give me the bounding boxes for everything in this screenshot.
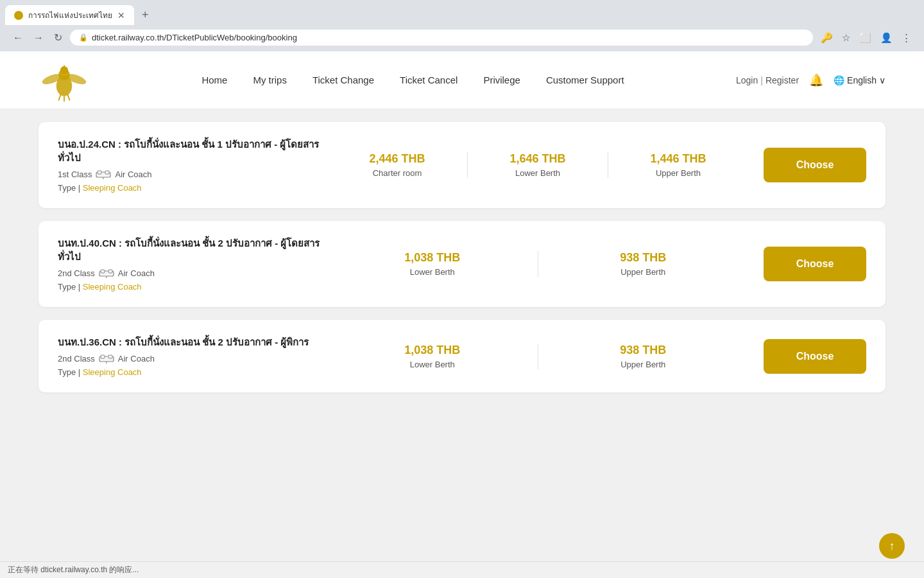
svg-rect-15 <box>101 270 105 273</box>
bookmark-icon[interactable]: ☆ <box>839 30 853 46</box>
price-amount-charter: 2,446 THB <box>340 152 454 166</box>
svg-rect-16 <box>108 270 112 273</box>
page: การรถไฟแห่งประเทศไทย Home My trips Ticke… <box>0 51 924 539</box>
lock-icon: 🔒 <box>79 33 88 42</box>
nav-my-trips[interactable]: My trips <box>253 72 287 88</box>
train-card: บนอ.ป.24.CN : รถโบกี้นั่งและนอน ชั้น 1 ป… <box>38 122 886 208</box>
browser-actions: 🔑 ☆ ⬜ 👤 ⋮ <box>818 30 914 46</box>
price-label-lower-2: Lower Berth <box>340 267 525 277</box>
tab-favicon <box>14 11 23 20</box>
nav-home[interactable]: Home <box>201 72 227 88</box>
active-tab[interactable]: การรถไฟแห่งประเทศไทย ✕ <box>5 5 134 25</box>
svg-rect-19 <box>101 355 105 358</box>
login-link[interactable]: Login <box>736 75 758 85</box>
tab-title: การรถไฟแห่งประเทศไทย <box>28 9 112 21</box>
language-selector[interactable]: 🌐 English ∨ <box>834 75 886 85</box>
price-amount-lower-3: 1,038 THB <box>340 344 525 357</box>
price-col-upper-3: 938 THB Upper Berth <box>538 344 749 369</box>
svg-rect-11 <box>98 171 101 174</box>
train-class-row-2: 2nd Class Air Coach <box>58 268 327 278</box>
menu-icon[interactable]: ⋮ <box>899 30 914 46</box>
back-button[interactable]: ← <box>10 30 26 46</box>
choose-button-1[interactable]: Choose <box>764 148 866 182</box>
forward-button[interactable]: → <box>31 30 46 46</box>
svg-line-8 <box>67 94 70 100</box>
price-label-upper-1: Upper Berth <box>621 168 735 178</box>
profile-icon[interactable]: 👤 <box>878 30 895 46</box>
choose-button-3[interactable]: Choose <box>764 339 866 374</box>
price-amount-upper-2: 938 THB <box>551 251 736 265</box>
seat-icon-2 <box>99 269 114 278</box>
sleeping-coach-link-2[interactable]: Sleeping Coach <box>83 282 142 292</box>
train-info-2: บนท.ป.40.CN : รถโบกี้นั่งและนอน ชั้น 2 ป… <box>58 236 327 292</box>
sleeping-coach-link-1[interactable]: Sleeping Coach <box>83 183 142 193</box>
seat-icon-3 <box>99 355 114 363</box>
header-top-right: Login | Register 🔔 🌐 English ∨ <box>736 73 886 87</box>
train-type-row-1: Type | Sleeping Coach <box>58 183 327 193</box>
svg-rect-12 <box>105 171 109 174</box>
train-class-1: 1st Class <box>58 170 92 179</box>
type-prefix-2: Type <box>58 282 76 292</box>
price-col-charter: 2,446 THB Charter room <box>327 152 468 178</box>
address-bar: ← → ↻ 🔒 dticket.railway.co.th/DTicketPub… <box>5 25 919 51</box>
globe-icon: 🌐 <box>834 75 844 85</box>
logo-area: การรถไฟแห่งประเทศไทย <box>38 55 90 106</box>
price-label-charter: Charter room <box>340 168 454 178</box>
train-info-1: บนอ.ป.24.CN : รถโบกี้นั่งและนอน ชั้น 1 ป… <box>58 137 327 193</box>
reload-button[interactable]: ↻ <box>51 29 65 46</box>
main-content: บนอ.ป.24.CN : รถโบกี้นั่งและนอน ชั้น 1 ป… <box>0 109 924 539</box>
train-info-3: บนท.ป.36.CN : รถโบกี้นั่งและนอน ชั้น 2 ป… <box>58 335 327 377</box>
price-col-upper-2: 938 THB Upper Berth <box>538 251 749 277</box>
seat-icon-1 <box>96 170 111 179</box>
train-coach-type-3: Air Coach <box>118 354 155 363</box>
register-link[interactable]: Register <box>766 75 799 85</box>
language-label: English <box>847 75 877 85</box>
price-label-upper-3: Upper Berth <box>551 360 736 369</box>
train-name-3: บนท.ป.36.CN : รถโบกี้นั่งและนอน ชั้น 2 ป… <box>58 335 327 349</box>
price-amount-upper-3: 938 THB <box>551 344 736 357</box>
price-cols-2: 1,038 THB Lower Berth 938 THB Upper Bert… <box>327 251 748 277</box>
train-card-3: บนท.ป.36.CN : รถโบกี้นั่งและนอน ชั้น 2 ป… <box>38 320 886 392</box>
tab-bar: การรถไฟแห่งประเทศไทย ✕ + <box>5 5 919 25</box>
train-class-row-1: 1st Class Air Coach <box>58 170 327 179</box>
price-col-lower-2: 1,038 THB Lower Berth <box>327 251 538 277</box>
nav-ticket-change[interactable]: Ticket Change <box>312 72 374 88</box>
sleeping-coach-link-3[interactable]: Sleeping Coach <box>83 367 142 377</box>
auth-separator: | <box>760 75 763 85</box>
price-col-lower-1: 1,646 THB Lower Berth <box>468 152 608 178</box>
train-class-3: 2nd Class <box>58 354 95 363</box>
train-name-2: บนท.ป.40.CN : รถโบกี้นั่งและนอน ชั้น 2 ป… <box>58 236 327 263</box>
train-name-1: บนอ.ป.24.CN : รถโบกี้นั่งและนอน ชั้น 1 ป… <box>58 137 327 164</box>
price-label-lower-1: Lower Berth <box>481 168 595 178</box>
price-label-lower-3: Lower Berth <box>340 360 525 369</box>
price-amount-upper-1: 1,446 THB <box>621 152 735 166</box>
site-header: การรถไฟแห่งประเทศไทย Home My trips Ticke… <box>0 51 924 109</box>
train-type-row-3: Type | Sleeping Coach <box>58 367 327 377</box>
price-amount-lower-1: 1,646 THB <box>481 152 595 166</box>
price-amount-lower-2: 1,038 THB <box>340 251 525 265</box>
header-right: Login | Register 🔔 🌐 English ∨ <box>736 73 886 87</box>
nav-privilege[interactable]: Privilege <box>483 72 520 88</box>
new-tab-button[interactable]: + <box>137 6 154 24</box>
nav-ticket-cancel[interactable]: Ticket Cancel <box>400 72 458 88</box>
tab-close-button[interactable]: ✕ <box>117 11 125 20</box>
choose-button-2[interactable]: Choose <box>764 247 866 281</box>
browser-chrome: การรถไฟแห่งประเทศไทย ✕ + ← → ↻ 🔒 dticket… <box>0 0 924 51</box>
layout-icon[interactable]: ⬜ <box>857 30 874 46</box>
price-cols-3: 1,038 THB Lower Berth 938 THB Upper Bert… <box>327 344 748 369</box>
main-nav: Home My trips Ticket Change Ticket Cance… <box>201 72 624 88</box>
notifications-button[interactable]: 🔔 <box>809 73 823 87</box>
key-icon[interactable]: 🔑 <box>818 30 835 46</box>
price-label-upper-2: Upper Berth <box>551 267 736 277</box>
url-bar[interactable]: 🔒 dticket.railway.co.th/DTicketPublicWeb… <box>70 30 813 46</box>
svg-rect-20 <box>108 355 112 358</box>
train-type-row-2: Type | Sleeping Coach <box>58 282 327 292</box>
price-col-lower-3: 1,038 THB Lower Berth <box>327 344 538 369</box>
price-cols-1: 2,446 THB Charter room 1,646 THB Lower B… <box>327 152 748 178</box>
nav-customer-support[interactable]: Customer Support <box>546 72 624 88</box>
logo: การรถไฟแห่งประเทศไทย <box>38 55 90 106</box>
train-card-2: บนท.ป.40.CN : รถโบกี้นั่งและนอน ชั้น 2 ป… <box>38 221 886 307</box>
train-coach-type-2: Air Coach <box>118 268 155 278</box>
url-text: dticket.railway.co.th/DTicketPublicWeb/b… <box>92 33 297 42</box>
auth-links: Login | Register <box>736 75 799 85</box>
